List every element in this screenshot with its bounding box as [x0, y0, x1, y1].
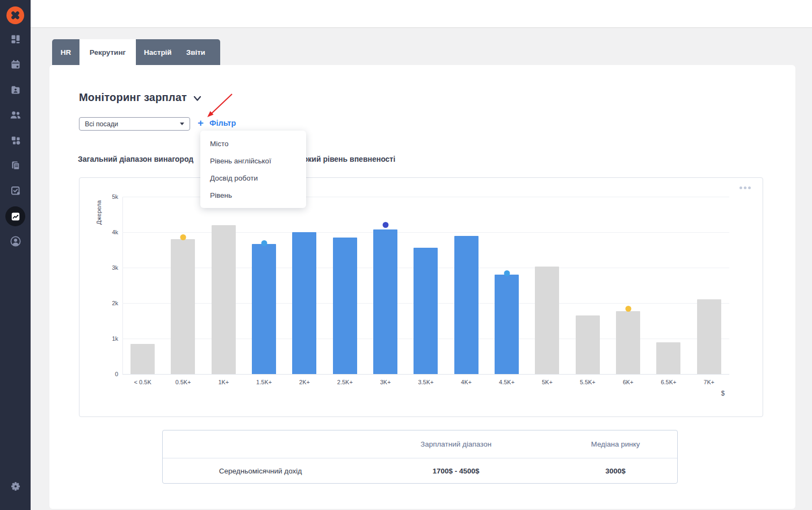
bar-slot	[689, 197, 729, 374]
table-header-cell: Зарплатний діапазон	[358, 440, 554, 448]
x-tick-label: 6.5K+	[648, 379, 688, 385]
x-tick-label: 6K+	[608, 379, 648, 385]
chart-more-options-icon[interactable]	[740, 186, 751, 189]
plus-icon: +	[198, 118, 204, 128]
gridline	[122, 374, 729, 375]
people-icon	[10, 110, 21, 120]
x-tick-label: 5K+	[527, 379, 567, 385]
position-select-value: Всі посади	[85, 120, 180, 128]
app-screen: HR Рекрутинг Настрій Звіти Моніторинг за…	[0, 0, 812, 510]
y-tick-label: 5k	[100, 193, 118, 200]
page-title-row: Моніторинг зарплат	[79, 91, 201, 104]
sidebar-item-calendar[interactable]	[0, 58, 31, 71]
sidebar-item-tasks[interactable]	[0, 184, 31, 197]
chevron-down-icon[interactable]	[193, 96, 201, 102]
x-tick-label: 1.5K+	[244, 379, 284, 385]
bar-5.5K+[interactable]	[576, 315, 600, 374]
bar-4K+[interactable]	[454, 236, 479, 374]
bar-marker-dot	[504, 270, 510, 276]
bar-< 0.5K[interactable]	[130, 344, 155, 374]
sidebar-item-settings[interactable]	[0, 480, 31, 493]
sidebar-item-structure[interactable]	[0, 134, 31, 147]
x-tick-label: 5.5K+	[568, 379, 608, 385]
filter-menu-item[interactable]: Рівень	[200, 186, 306, 204]
bar-slot	[648, 197, 688, 374]
select-caret-icon	[180, 123, 184, 125]
bar-slot	[405, 197, 446, 374]
sidebar-item-documents[interactable]	[0, 159, 31, 172]
salary-chart-card: Джерела < 0.5K0.5K+1K+1.5K+2K+2.5K+3K+3.…	[79, 177, 763, 417]
bar-2K+[interactable]	[292, 232, 316, 374]
bar-slot	[204, 197, 244, 374]
sidebar-item-employees[interactable]	[0, 83, 31, 96]
bar-slot	[244, 197, 284, 374]
filter-menu-item[interactable]: Місто	[200, 135, 306, 152]
profile-icon	[10, 235, 21, 247]
calendar-icon	[10, 59, 21, 70]
sidebar-item-people[interactable]	[0, 109, 31, 121]
salary-summary-table: Зарплатний діапазонМедіана ринку Середнь…	[162, 430, 678, 484]
chart-x-unit: $	[716, 390, 729, 397]
x-tick-label: 2K+	[284, 379, 324, 385]
bar-marker-dot	[261, 240, 267, 246]
table-cell: 3000$	[554, 467, 677, 475]
x-tick-label: 0.5K+	[163, 379, 203, 385]
sidebar-item-analytics[interactable]	[0, 206, 31, 226]
table-cell: Середньомісячний дохід	[163, 467, 358, 475]
bar-3.5K+[interactable]	[414, 248, 438, 374]
bar-6.5K+[interactable]	[656, 342, 680, 374]
filter-menu-item[interactable]: Рівень англійської	[200, 152, 306, 169]
table-row: Середньомісячний дохід1700$ - 4500$3000$	[163, 458, 677, 483]
x-tick-label: 3K+	[365, 379, 405, 385]
section-heading-left: Загальний діапазон винагород	[78, 155, 193, 163]
bar-7K+[interactable]	[697, 299, 721, 374]
position-select[interactable]: Всі посади	[79, 117, 190, 131]
section-heading-right: сокий рівень впевненості	[299, 155, 395, 163]
bar-marker-dot	[625, 306, 631, 312]
x-tick-label: 4K+	[446, 379, 487, 385]
bar-5K+[interactable]	[535, 267, 559, 374]
page-title: Моніторинг зарплат	[79, 91, 187, 104]
x-tick-label: < 0.5K	[122, 379, 163, 385]
sidebar-item-profile[interactable]	[0, 235, 31, 248]
y-tick-label: 0	[100, 371, 118, 377]
bar-2.5K+[interactable]	[333, 238, 357, 374]
x-tick-label: 4.5K+	[487, 379, 527, 385]
tasks-check-icon	[10, 185, 21, 196]
sidebar	[0, 0, 31, 510]
bar-4.5K+[interactable]	[495, 275, 519, 374]
tab-mood[interactable]: Настрій	[144, 48, 172, 56]
chart-x-labels: < 0.5K0.5K+1K+1.5K+2K+2.5K+3K+3.5K+4K+4.…	[122, 379, 729, 385]
table-header-row: Зарплатний діапазонМедіана ринку	[163, 430, 677, 458]
bar-3K+[interactable]	[373, 229, 397, 374]
bar-slot	[487, 197, 527, 374]
tab-recruiting[interactable]: Рекрутинг	[79, 39, 136, 65]
employee-folder-icon	[10, 84, 21, 95]
bar-slot	[325, 197, 365, 374]
filter-menu: МістоРівень англійськоїДосвід роботиРіве…	[200, 131, 306, 208]
bar-6K+[interactable]	[616, 311, 640, 374]
bar-slot	[284, 197, 324, 374]
filter-menu-item[interactable]: Досвід роботи	[200, 169, 306, 186]
add-filter-button[interactable]: + Фільтр	[198, 118, 236, 128]
bar-0.5K+[interactable]	[171, 239, 195, 374]
sidebar-item-dashboard[interactable]	[0, 33, 31, 46]
chart-bars	[122, 197, 729, 374]
x-tick-label: 7K+	[689, 379, 729, 385]
add-filter-label: Фільтр	[209, 119, 236, 127]
bar-slot	[163, 197, 203, 374]
table-header-cell: Медіана ринку	[554, 440, 677, 448]
app-logo-icon[interactable]	[6, 6, 24, 24]
bar-slot	[527, 197, 567, 374]
documents-icon	[10, 160, 21, 171]
bar-marker-dot	[180, 234, 186, 240]
settings-gear-icon	[10, 481, 21, 492]
y-tick-label: 1k	[100, 335, 118, 342]
x-tick-label: 1K+	[204, 379, 244, 385]
bar-slot	[608, 197, 648, 374]
active-item-highlight	[5, 206, 25, 226]
tab-reports[interactable]: Звіти	[186, 48, 205, 56]
bar-1K+[interactable]	[212, 225, 236, 374]
bar-1.5K+[interactable]	[252, 244, 276, 374]
tab-hr[interactable]: HR	[52, 39, 79, 65]
